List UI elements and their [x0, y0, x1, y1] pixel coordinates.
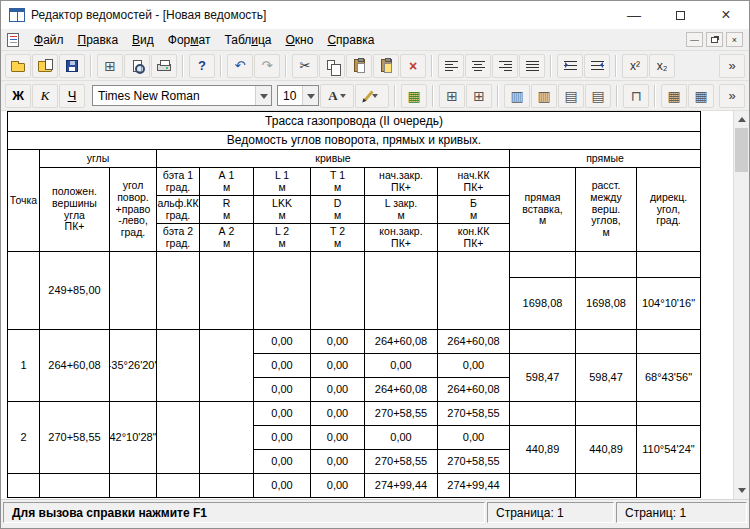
insert-column-button[interactable]: ▥: [504, 84, 530, 108]
cell-pryamye-spacer[interactable]: [510, 252, 576, 278]
cell-curve-value[interactable]: 0,00: [311, 378, 365, 402]
group-header-pryamye[interactable]: прямые: [510, 150, 701, 168]
header-curve[interactable]: L закр. м: [365, 196, 438, 224]
align-center-button[interactable]: [465, 54, 491, 78]
split-cells-button[interactable]: ▦: [688, 84, 714, 108]
cell-vershina[interactable]: 264+60,08: [40, 330, 110, 402]
menu-table[interactable]: Таблица: [217, 30, 278, 50]
grid-view-button[interactable]: ⊞: [97, 54, 123, 78]
cell-pryamye-spacer[interactable]: [510, 402, 576, 426]
print-preview-button[interactable]: [124, 54, 150, 78]
table-subtitle-cell[interactable]: Ведомость углов поворота, прямых и кривы…: [8, 132, 701, 150]
cell-curve-value[interactable]: 264+60,08: [438, 378, 510, 402]
header-curve[interactable]: бэта 2 град.: [157, 224, 200, 252]
header-curve[interactable]: кон.закр. ПК+: [365, 224, 438, 252]
header-curve[interactable]: А 2 м: [200, 224, 254, 252]
header-curve[interactable]: R м: [200, 196, 254, 224]
cell-curve-value[interactable]: 274+99,44: [365, 474, 438, 498]
superscript-button[interactable]: x²: [622, 54, 648, 78]
cell-partial[interactable]: [40, 474, 110, 498]
cell-tochka[interactable]: 1: [8, 330, 40, 402]
minimize-button[interactable]: —: [611, 1, 657, 29]
chevron-down-icon[interactable]: [255, 86, 271, 105]
header-curve[interactable]: альф.КК град.: [157, 196, 200, 224]
align-right-button[interactable]: [492, 54, 518, 78]
cell-curve-empty[interactable]: [311, 252, 365, 330]
cell-pryamye-spacer[interactable]: [576, 252, 637, 278]
cell-curve-value[interactable]: 270+58,55: [365, 402, 438, 426]
cell-partial[interactable]: [8, 474, 40, 498]
header-rasstoyanie[interactable]: расст. между верш. углов, м: [576, 168, 637, 252]
cell-curve-empty[interactable]: [365, 252, 438, 330]
cell-partial[interactable]: [576, 474, 637, 498]
cell-partial[interactable]: [110, 474, 157, 498]
cell-curve-value[interactable]: 0,00: [254, 402, 311, 426]
highlight-button[interactable]: [355, 84, 389, 108]
cell-pryamye-spacer[interactable]: [576, 402, 637, 426]
font-size-combo[interactable]: 10: [277, 85, 319, 106]
cell-curve-value[interactable]: 264+60,08: [365, 330, 438, 354]
header-curve[interactable]: нач.КК ПК+: [438, 168, 510, 196]
cell-partial[interactable]: [637, 474, 701, 498]
cell-curve-value[interactable]: 270+58,55: [365, 450, 438, 474]
cell-curve-value[interactable]: 0,00: [438, 354, 510, 378]
more-tools-button[interactable]: »: [719, 54, 745, 78]
scroll-down-button[interactable]: [734, 483, 749, 499]
header-curve[interactable]: кон.КК ПК+: [438, 224, 510, 252]
cell-curve-value[interactable]: 270+58,55: [438, 450, 510, 474]
header-curve[interactable]: нач.закр. ПК+: [365, 168, 438, 196]
maximize-button[interactable]: [657, 1, 703, 29]
header-tochka[interactable]: Точка: [8, 150, 40, 252]
cell-curve-value[interactable]: 264+60,08: [438, 330, 510, 354]
paste-button[interactable]: [346, 54, 372, 78]
all-borders-button[interactable]: ⊞: [466, 84, 492, 108]
delete-column-button[interactable]: ▥: [531, 84, 557, 108]
header-ugol[interactable]: угол повор. +право -лево, град.: [110, 168, 157, 252]
help-button[interactable]: ?: [189, 54, 215, 78]
cell-pryamye-spacer[interactable]: [637, 402, 701, 426]
mdi-minimize-button[interactable]: —: [686, 32, 703, 47]
cell-curve-empty[interactable]: [200, 330, 254, 402]
cell-curve-value[interactable]: 0,00: [438, 426, 510, 450]
redo-button[interactable]: ↷: [254, 54, 280, 78]
cell-curve-empty[interactable]: [157, 330, 200, 402]
cell-ugol[interactable]: 42°10'28": [110, 402, 157, 474]
table-title-cell[interactable]: Трасса газопровода (II очередь): [8, 112, 701, 132]
header-curve[interactable]: L 1 м: [254, 168, 311, 196]
indent-increase-button[interactable]: [557, 54, 583, 78]
cell-pryamye-value[interactable]: 1698,08: [510, 278, 576, 330]
cell-curve-value[interactable]: 0,00: [311, 354, 365, 378]
copy-button[interactable]: [319, 54, 345, 78]
cell-partial[interactable]: [200, 474, 254, 498]
align-left-button[interactable]: [438, 54, 464, 78]
cell-pryamye-value[interactable]: 104°10'16": [637, 278, 701, 330]
cell-curve-empty[interactable]: [200, 402, 254, 474]
document-area[interactable]: Трасса газопровода (II очередь)Ведомость…: [1, 111, 749, 499]
cell-pryamye-spacer[interactable]: [637, 330, 701, 354]
header-polozhen[interactable]: положен. вершины угла ПК+: [40, 168, 110, 252]
save-button[interactable]: [59, 54, 85, 78]
close-button[interactable]: ×: [703, 1, 749, 29]
underline-button[interactable]: Ч: [59, 84, 85, 108]
cell-partial[interactable]: [510, 474, 576, 498]
mdi-restore-button[interactable]: [706, 32, 723, 47]
subscript-button[interactable]: x₂: [649, 54, 675, 78]
align-justify-button[interactable]: [519, 54, 545, 78]
cell-curve-value[interactable]: 0,00: [365, 354, 438, 378]
cell-curve-empty[interactable]: [157, 402, 200, 474]
cell-curve-value[interactable]: 0,00: [254, 330, 311, 354]
header-curve[interactable]: Б м: [438, 196, 510, 224]
cell-curve-value[interactable]: 0,00: [254, 426, 311, 450]
paste-special-button[interactable]: [373, 54, 399, 78]
menu-help[interactable]: Справка: [320, 30, 381, 50]
cell-curve-empty[interactable]: [438, 252, 510, 330]
insert-table-button[interactable]: ▦: [401, 84, 427, 108]
group-header-ugly[interactable]: углы: [40, 150, 157, 168]
cell-tochka[interactable]: [8, 252, 40, 330]
cell-pryamye-value[interactable]: 1698,08: [576, 278, 637, 330]
cell-tochka[interactable]: 2: [8, 402, 40, 474]
header-curve[interactable]: D м: [311, 196, 365, 224]
group-header-krivye[interactable]: кривые: [157, 150, 510, 168]
cell-pryamye-value[interactable]: 68°43'56": [637, 354, 701, 402]
bold-button[interactable]: Ж: [5, 84, 31, 108]
